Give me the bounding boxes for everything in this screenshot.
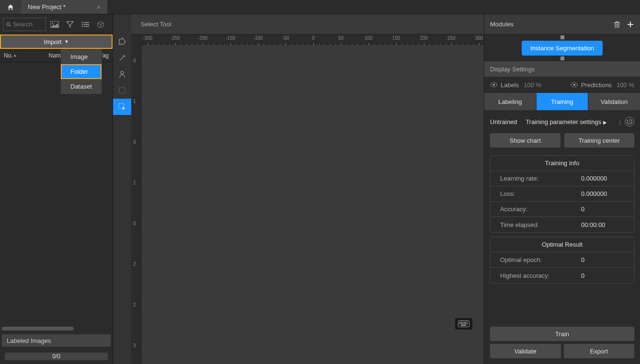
person-tool[interactable] [113, 66, 131, 82]
export-button[interactable]: Export [564, 344, 635, 358]
image-list [0, 62, 113, 327]
validate-button[interactable]: Validate [490, 344, 561, 358]
package-icon[interactable] [94, 18, 107, 31]
trash-icon[interactable] [613, 21, 621, 28]
wand-tool[interactable] [113, 50, 131, 66]
svg-point-11 [119, 39, 120, 41]
svg-rect-21 [464, 322, 465, 323]
mode-tabs: Labeling Training Validation [484, 93, 640, 110]
right-panel: Modules Instance Segmentation Display Se… [484, 14, 640, 364]
titlebar: New Project * × [0, 0, 640, 14]
close-icon[interactable]: × [97, 3, 101, 11]
node-output-dot[interactable] [560, 57, 564, 60]
optimal-result-box: Optimal Result Optimal epoch:0 Highest a… [490, 237, 634, 284]
training-status: Untrained [490, 118, 517, 125]
import-button[interactable]: Import ▼ [0, 34, 113, 49]
labels-visibility[interactable]: Labels 100 % [490, 81, 541, 89]
eye-icon [490, 82, 498, 87]
svg-rect-22 [465, 322, 466, 323]
svg-line-13 [120, 56, 124, 60]
svg-point-8 [82, 25, 83, 27]
svg-line-41 [629, 122, 630, 122]
modules-header: Modules [484, 14, 640, 34]
svg-point-38 [493, 84, 495, 86]
tab-validation[interactable]: Validation [588, 93, 640, 110]
polygon-tool[interactable] [113, 34, 131, 50]
svg-point-10 [119, 44, 120, 45]
svg-point-6 [82, 23, 83, 25]
eye-icon [571, 82, 578, 87]
canvas-title: Select Tool [131, 14, 484, 34]
svg-rect-9 [84, 26, 89, 27]
list-scrollbar[interactable] [0, 327, 113, 331]
import-menu: Image Folder Dataset [60, 49, 102, 94]
svg-rect-23 [467, 322, 468, 323]
home-button[interactable] [0, 0, 21, 14]
visibility-row: Labels 100 % Predictions 100 % [484, 77, 640, 93]
import-menu-image[interactable]: Image [61, 49, 102, 64]
tab-training[interactable]: Training [537, 93, 588, 110]
svg-point-4 [82, 22, 83, 23]
tab-title: New Project * [28, 3, 66, 11]
svg-point-39 [573, 84, 575, 86]
svg-point-14 [121, 71, 124, 74]
training-info-box: Training Info Learning rate:0.000000 Los… [490, 155, 634, 233]
show-chart-button[interactable]: Show chart [490, 133, 560, 148]
import-menu-dataset[interactable]: Dataset [61, 79, 102, 94]
col-no[interactable]: No.▴ [0, 52, 23, 59]
display-settings-header: Display Settings [484, 61, 640, 77]
train-button[interactable]: Train [490, 327, 634, 341]
project-tab[interactable]: New Project * × [21, 0, 107, 14]
svg-rect-5 [84, 22, 89, 23]
tab-labeling[interactable]: Labeling [484, 93, 536, 110]
ruler-vertical: 01010223 [131, 46, 143, 364]
history-icon[interactable] [625, 117, 634, 126]
chevron-right-icon: ▶ [603, 120, 607, 125]
svg-rect-31 [615, 23, 619, 27]
filter-icon[interactable] [63, 18, 77, 31]
svg-rect-24 [459, 323, 460, 324]
svg-rect-25 [461, 323, 462, 324]
svg-rect-18 [459, 322, 460, 323]
module-node[interactable]: Instance Segmentation [522, 41, 603, 56]
svg-rect-30 [461, 325, 466, 326]
plus-icon[interactable] [627, 21, 634, 28]
modules-title: Modules [490, 21, 514, 28]
predictions-visibility[interactable]: Predictions 100 % [571, 81, 634, 89]
keyboard-icon[interactable] [455, 318, 472, 330]
svg-point-0 [7, 23, 10, 25]
search-input[interactable] [3, 18, 46, 31]
labeled-images-header[interactable]: Labeled Images [2, 334, 111, 347]
import-menu-folder[interactable]: Folder [61, 64, 102, 79]
tool-column [113, 14, 131, 364]
svg-line-1 [10, 25, 11, 26]
svg-rect-19 [461, 322, 462, 323]
import-label: Import [44, 38, 62, 46]
left-panel: Import ▼ Image Folder Dataset No.▴ Name … [0, 14, 113, 364]
svg-rect-7 [84, 24, 89, 25]
training-info-title: Training Info [491, 156, 634, 171]
svg-rect-26 [462, 323, 463, 324]
svg-rect-27 [464, 323, 465, 324]
svg-rect-29 [467, 323, 468, 324]
param-settings-link[interactable]: Training parameter settings▶ [526, 118, 607, 125]
select-tool[interactable] [113, 99, 131, 115]
ruler-horizontal: -300-250-200-150-100-5005010015020025030… [143, 34, 484, 46]
canvas[interactable] [143, 46, 484, 364]
svg-rect-28 [465, 323, 466, 324]
canvas-area: Select Tool -300-250-200-150-100-5005010… [131, 14, 484, 364]
labeled-progress: 0/0 [5, 353, 108, 360]
svg-point-12 [122, 38, 124, 39]
training-status-row: Untrained Training parameter settings▶ | [484, 110, 640, 133]
svg-rect-15 [119, 88, 125, 93]
training-center-button[interactable]: Training center [564, 133, 635, 148]
list-icon[interactable] [79, 18, 92, 31]
marquee-tool[interactable] [113, 82, 131, 99]
image-toggle-icon[interactable] [48, 18, 61, 31]
node-input-dot[interactable] [560, 35, 564, 39]
svg-point-3 [52, 23, 54, 24]
optimal-title: Optimal Result [491, 237, 634, 252]
svg-rect-20 [462, 322, 463, 323]
chevron-down-icon: ▼ [64, 39, 69, 44]
